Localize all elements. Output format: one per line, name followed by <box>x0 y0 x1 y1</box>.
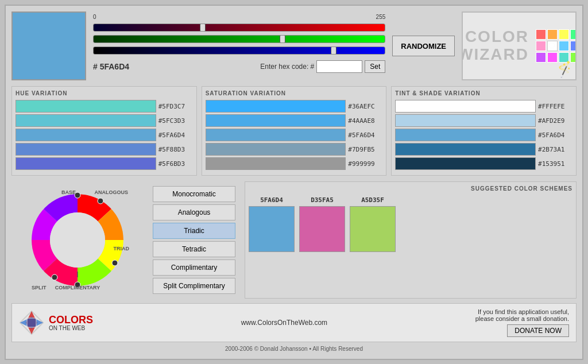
wheel-container: BASE ANALOGOUS TRIAD SPLIT COMPLIMENTARY <box>26 188 129 292</box>
analogous-label: ANALOGOUS <box>95 189 129 195</box>
randomize-button[interactable]: RANDOMIZE <box>392 36 455 56</box>
svg-point-8 <box>52 274 57 280</box>
swatch-row: #5FA6D4 <box>395 129 572 141</box>
swatch-row: #AFD2E9 <box>395 114 572 127</box>
swatch-row: #4AAAE8 <box>206 114 383 127</box>
color-swatch[interactable] <box>206 143 346 156</box>
swatch-hex-label: #5FA6D4 <box>158 131 193 139</box>
triad-label: TRIAD <box>114 246 130 251</box>
swatch-hex-label: #7D9FB5 <box>348 146 382 153</box>
base-label: BASE <box>61 189 76 195</box>
green-slider-row <box>93 35 385 43</box>
red-slider[interactable] <box>94 24 385 32</box>
suggested-hex-label: 5FA6D4 <box>260 196 283 204</box>
swatch-row: #FFFEFE <box>395 100 572 113</box>
hex-row: # 5FA6D4 Enter hex code: # Set <box>93 60 385 73</box>
color-preview <box>11 11 86 80</box>
slider-min-label: 0 <box>93 14 96 20</box>
swatch-hex-label: #5FA6D4 <box>348 131 382 139</box>
footer: COLORS ON THE WEB www.ColorsOnTheWeb.com… <box>11 303 577 342</box>
hue-swatches: #5FD3C7#5FC3D3#5FA6D4#5F88D3#5F6BD3 <box>16 100 193 170</box>
color-wizard-box: COLOR WIZARD <box>462 11 577 80</box>
swatch-hex-label: #AFD2E9 <box>538 117 572 125</box>
color-swatch[interactable] <box>206 157 346 170</box>
scheme-button-triadic[interactable]: Triadic <box>153 223 235 239</box>
scheme-button-complimentary[interactable]: Complimentary <box>153 260 235 276</box>
color-swatch[interactable] <box>395 114 536 127</box>
wheel-panel: BASE ANALOGOUS TRIAD SPLIT COMPLIMENTARY <box>11 181 144 299</box>
green-slider[interactable] <box>94 35 385 43</box>
slider-max-label: 255 <box>376 14 386 20</box>
donate-button[interactable]: DONATE NOW <box>507 324 569 337</box>
swatch-row: #7D9FB5 <box>206 143 383 156</box>
swatch-row: #5FD3C7 <box>16 100 193 113</box>
swatch-hex-label: #999999 <box>348 160 382 168</box>
color-swatch[interactable] <box>16 157 156 170</box>
swatch-hex-label: #2B73A1 <box>538 146 572 153</box>
color-swatch[interactable] <box>206 129 346 141</box>
hex-input[interactable] <box>316 60 362 73</box>
swatch-row: #5FA6D4 <box>206 129 383 141</box>
blue-slider-track <box>93 47 385 55</box>
swatch-hex-label: #36AEFC <box>348 103 382 110</box>
swatch-row: #153951 <box>395 157 572 170</box>
tint-swatches: #FFFEFE#AFD2E9#5FA6D4#2B73A1#153951 <box>395 100 572 170</box>
split-label: SPLIT <box>32 285 47 291</box>
swatch-row: #5F6BD3 <box>16 157 193 170</box>
footer-right: If you find this application useful,plea… <box>475 308 569 337</box>
color-swatch[interactable] <box>16 143 156 156</box>
swatch-row: #36AEFC <box>206 100 383 113</box>
color-swatch[interactable] <box>395 143 536 156</box>
suggested-swatch[interactable] <box>350 206 396 252</box>
svg-point-3 <box>50 212 105 268</box>
scheme-button-monocromatic[interactable]: Monocromatic <box>153 186 235 202</box>
suggested-color-col: A5D35F <box>350 196 396 252</box>
main-container: 0 255 # 5FA6D4 <box>5 5 583 360</box>
copyright-bar: 2000-2006 © Donald Johansson • All Right… <box>11 344 577 353</box>
color-swatch[interactable] <box>395 157 536 170</box>
suggested-color-col: 5FA6D4 <box>249 196 295 252</box>
wand-icon: 🪄 <box>555 60 575 79</box>
swatch-hex-label: #FFFEFE <box>538 103 572 110</box>
suggested-hex-label: A5D35F <box>361 196 384 204</box>
hue-variation-panel: HUE VARIATION #5FD3C7#5FC3D3#5FA6D4#5F88… <box>11 86 197 176</box>
color-swatch[interactable] <box>16 100 156 113</box>
hex-input-label: Enter hex code: # <box>260 63 314 71</box>
suggested-swatch[interactable] <box>299 206 345 252</box>
swatch-hex-label: #5F88D3 <box>158 146 193 153</box>
saturation-variation-title: SATURATION VARIATION <box>206 90 383 96</box>
suggested-colors: 5FA6D4D35FA5A5D35F <box>249 196 572 252</box>
scheme-button-analogous[interactable]: Analogous <box>153 204 235 220</box>
color-swatch[interactable] <box>16 114 156 127</box>
scheme-button-split-complimentary[interactable]: Split Complimentary <box>153 278 235 294</box>
svg-point-5 <box>98 198 103 204</box>
suggested-hex-label: D35FA5 <box>311 196 334 204</box>
color-swatch[interactable] <box>206 100 346 113</box>
logo-area: COLORS ON THE WEB <box>19 310 93 335</box>
swatch-row: #5F88D3 <box>16 143 193 156</box>
swatch-row: #999999 <box>206 157 383 170</box>
red-slider-track <box>93 24 385 32</box>
swatch-hex-label: #153951 <box>538 160 572 168</box>
swatch-hex-label: #5FC3D3 <box>158 117 193 125</box>
blue-slider[interactable] <box>94 47 385 55</box>
suggested-title: SUGGESTED COLOR SCHEMES <box>249 185 572 192</box>
tint-shade-variation-title: TINT & SHADE VARIATION <box>395 90 572 96</box>
suggested-swatch[interactable] <box>249 206 295 252</box>
color-swatch[interactable] <box>206 114 346 127</box>
scheme-button-tetradic[interactable]: Tetradic <box>153 241 235 257</box>
footer-url: www.ColorsOnTheWeb.com <box>100 319 469 327</box>
swatch-hex-label: #4AAAE8 <box>348 117 382 125</box>
sliders-area: 0 255 # 5FA6D4 <box>93 11 385 73</box>
logo-icon <box>19 310 44 335</box>
set-button[interactable]: Set <box>365 60 385 73</box>
complimentary-label: COMPLIMENTARY <box>55 285 100 291</box>
suggested-color-col: D35FA5 <box>299 196 345 252</box>
logo-text: COLORS <box>49 315 93 325</box>
color-swatch[interactable] <box>395 100 536 113</box>
color-swatch[interactable] <box>16 129 156 141</box>
color-wheel-svg <box>26 188 129 292</box>
color-swatch[interactable] <box>395 129 536 141</box>
red-slider-row <box>93 24 385 32</box>
variations-row: HUE VARIATION #5FD3C7#5FC3D3#5FA6D4#5F88… <box>11 86 577 176</box>
